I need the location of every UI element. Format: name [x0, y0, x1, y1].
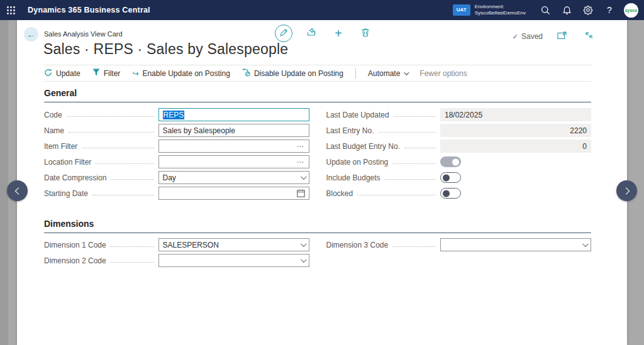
- edit-button[interactable]: [275, 25, 292, 42]
- disable-icon: [242, 68, 250, 79]
- assist-edit-icon[interactable]: …: [297, 160, 305, 164]
- filter-icon: [92, 68, 100, 78]
- dimensions-section-header[interactable]: Dimensions: [44, 219, 591, 233]
- enable-arrow-icon: ↪: [132, 69, 138, 78]
- fewer-options-label: Fewer options: [419, 69, 467, 78]
- last-date-updated-label: Last Date Updated: [326, 111, 389, 119]
- user-avatar[interactable]: sysco: [624, 3, 638, 18]
- date-compression-value: Day: [163, 173, 176, 182]
- field-name: Name Sales by Salespeople: [44, 123, 309, 138]
- field-location-filter: Location Filter …: [44, 154, 309, 170]
- dotted-leader: [96, 158, 153, 164]
- blocked-toggle[interactable]: [440, 188, 461, 199]
- filter-button[interactable]: Filter: [92, 68, 121, 78]
- sales-analysis-view-card: ← Sales Analysis View Card Sales · REPS …: [17, 20, 627, 345]
- open-in-window-button[interactable]: [553, 28, 570, 45]
- pencil-icon: [280, 28, 288, 39]
- location-filter-input[interactable]: …: [158, 155, 309, 168]
- include-budgets-toggle[interactable]: [440, 172, 461, 183]
- general-form: Code REPS Name Sales by Salespeople Item…: [44, 107, 591, 201]
- dimensions-form: Dimension 1 Code SALESPERSON Dimension 2…: [44, 237, 591, 268]
- help-icon[interactable]: ?: [599, 0, 620, 20]
- update-label: Update: [56, 69, 80, 78]
- dotted-leader: [82, 142, 153, 148]
- dimension-1-code-select[interactable]: SALESPERSON: [158, 238, 309, 251]
- dotted-leader: [357, 189, 436, 195]
- field-item-filter: Item Filter …: [44, 138, 309, 154]
- enable-update-on-posting-button[interactable]: ↪ Enable Update on Posting: [132, 69, 230, 78]
- dotted-leader: [404, 142, 436, 148]
- dimension-2-code-select[interactable]: [158, 254, 309, 267]
- share-button[interactable]: [303, 25, 319, 41]
- chevron-down-icon: [300, 173, 306, 180]
- code-input[interactable]: REPS: [158, 108, 309, 121]
- item-filter-label: Item Filter: [44, 142, 77, 151]
- fewer-options-button[interactable]: Fewer options: [419, 69, 467, 78]
- blocked-label: Blocked: [326, 189, 353, 198]
- environment-label: Environment:: [475, 4, 526, 10]
- settings-gear-icon[interactable]: [577, 0, 599, 20]
- breadcrumb[interactable]: Sales Analysis View Card: [44, 30, 123, 38]
- date-compression-select[interactable]: Day: [158, 171, 309, 184]
- disable-update-label: Disable Update on Posting: [254, 69, 343, 78]
- assist-edit-icon[interactable]: …: [297, 145, 305, 148]
- dotted-leader: [394, 111, 436, 117]
- open-in-window-icon: [557, 31, 567, 42]
- field-starting-date: Starting Date: [44, 185, 309, 201]
- toggle-knob: [443, 174, 450, 181]
- chevron-down-icon: [404, 70, 409, 75]
- update-on-posting-label: Update on Posting: [326, 158, 389, 167]
- saved-label: Saved: [521, 32, 543, 41]
- dimension-1-code-label: Dimension 1 Code: [44, 241, 106, 249]
- dotted-leader: [69, 126, 153, 133]
- starting-date-input[interactable]: [158, 187, 309, 200]
- dotted-leader: [379, 126, 436, 133]
- dimension-3-code-select[interactable]: [440, 238, 591, 251]
- page-title: Sales · REPS · Sales by Salespeople: [43, 41, 288, 58]
- toggle-knob: [443, 190, 450, 197]
- previous-record-button[interactable]: [7, 180, 28, 201]
- refresh-icon: [44, 68, 52, 79]
- code-label: Code: [44, 111, 62, 119]
- name-input[interactable]: Sales by Salespeople: [158, 124, 309, 137]
- search-icon[interactable]: [535, 0, 556, 20]
- toolbar-divider: [355, 68, 356, 79]
- next-record-button[interactable]: [616, 180, 637, 201]
- disable-update-on-posting-button[interactable]: Disable Update on Posting: [242, 68, 343, 79]
- environment-info: Environment: SyscoBelfastDemoEnv: [475, 4, 526, 16]
- check-icon: ✓: [513, 33, 518, 41]
- last-date-updated-value: 18/02/2025: [440, 108, 591, 121]
- delete-button[interactable]: [357, 25, 374, 41]
- collapse-button[interactable]: [580, 28, 597, 45]
- field-last-date-updated: Last Date Updated 18/02/2025: [326, 107, 592, 123]
- field-dimension-3-code: Dimension 3 Code: [326, 237, 592, 253]
- last-budget-entry-no-label: Last Budget Entry No.: [326, 142, 400, 151]
- update-button[interactable]: Update: [44, 68, 80, 79]
- dotted-leader: [92, 189, 153, 195]
- plus-icon: +: [335, 27, 342, 40]
- save-status: ✓ Saved: [513, 32, 543, 41]
- field-last-budget-entry-no: Last Budget Entry No. 0: [326, 138, 592, 154]
- name-label: Name: [44, 126, 64, 135]
- dotted-leader: [111, 173, 153, 180]
- field-update-on-posting: Update on Posting: [326, 154, 592, 170]
- general-section-header[interactable]: General: [44, 88, 591, 102]
- action-toolbar: Update Filter ↪ Enable Update on Posting…: [44, 65, 591, 82]
- back-arrow-icon: ←: [27, 30, 36, 40]
- dimension-1-code-value: SALESPERSON: [163, 241, 219, 249]
- include-budgets-label: Include Budgets: [326, 173, 380, 182]
- automate-label: Automate: [368, 69, 400, 78]
- field-dimension-1-code: Dimension 1 Code SALESPERSON: [44, 237, 309, 253]
- item-filter-input[interactable]: …: [158, 140, 309, 153]
- new-button[interactable]: +: [330, 25, 347, 41]
- app-title[interactable]: Dynamics 365 Business Central: [28, 6, 150, 14]
- name-value: Sales by Salespeople: [163, 126, 235, 135]
- environment-badge[interactable]: UAT: [453, 4, 470, 16]
- app-launcher-icon[interactable]: [0, 0, 21, 20]
- calendar-icon[interactable]: [297, 189, 305, 197]
- back-button[interactable]: ←: [24, 27, 38, 41]
- automate-menu[interactable]: Automate: [368, 69, 408, 78]
- notifications-icon[interactable]: [556, 0, 577, 20]
- dotted-leader: [67, 111, 154, 117]
- code-value: REPS: [163, 111, 185, 119]
